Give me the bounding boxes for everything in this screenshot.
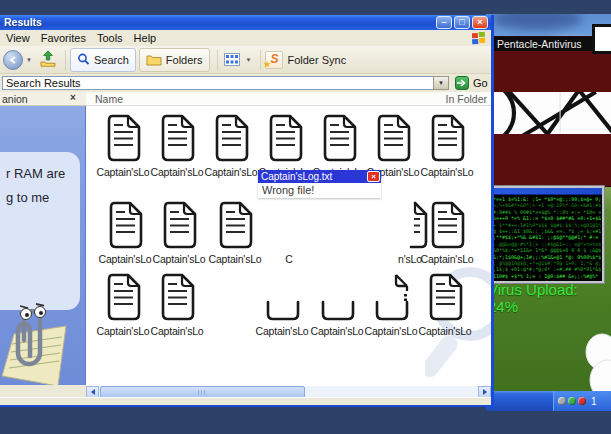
file-item[interactable]: C — [262, 200, 316, 268]
search-companion-header: anion × — [0, 92, 86, 106]
toolbar-separator — [217, 50, 218, 70]
folders-button-label: Folders — [166, 54, 203, 66]
address-combo-input[interactable]: Search Results — [2, 76, 434, 90]
search-companion-pane: r RAM are g to me — [0, 106, 86, 385]
search-companion-title: anion — [2, 93, 28, 105]
tray-icon-alert-red[interactable] — [578, 397, 586, 405]
antivirus-window: Pentacle-Antivirus — [493, 37, 611, 186]
star-icon: ★ — [263, 58, 270, 72]
go-label[interactable]: Go — [473, 77, 488, 89]
file-label: Captain'sLo — [142, 325, 212, 337]
go-arrow-icon — [457, 79, 467, 87]
document-icon — [211, 113, 251, 163]
menu-help[interactable]: Help — [134, 32, 157, 44]
system-tray: 1 — [553, 391, 611, 411]
search-icon — [77, 53, 90, 66]
folders-button[interactable]: Folders — [139, 48, 210, 72]
error-dialog: Captain'sLog.txt × Wrong file! — [258, 170, 381, 198]
document-icon — [105, 200, 145, 250]
document-icon — [269, 200, 309, 250]
dialog-close-icon[interactable]: × — [367, 171, 380, 182]
back-arrow-icon — [9, 56, 17, 64]
explorer-window: Results – □ × View Favorites Tools Help — [0, 15, 494, 407]
pentacle-drawing — [493, 92, 611, 134]
close-pane-icon[interactable]: × — [70, 92, 76, 103]
up-button[interactable] — [39, 50, 57, 69]
document-icon — [262, 272, 302, 322]
file-label: C — [254, 253, 324, 265]
document-icon — [159, 200, 199, 250]
bubble-text-line: r RAM are — [6, 166, 65, 181]
toolbar: ▼ Search Folders — [0, 46, 491, 74]
toolbar-separator — [65, 50, 66, 70]
document-icon — [157, 272, 197, 322]
views-grid-icon — [224, 53, 240, 66]
file-item[interactable]: Captain'sLo — [255, 272, 309, 340]
taskbar: 1 — [486, 391, 611, 411]
file-item[interactable]: Captain'sLo — [418, 272, 472, 340]
folder-icon — [146, 54, 162, 66]
tray-icon-shield-green[interactable] — [568, 397, 576, 405]
back-button[interactable] — [3, 50, 23, 70]
minimize-button[interactable]: – — [436, 16, 452, 29]
document-icon — [371, 272, 411, 322]
file-label: Captain'sLo — [410, 325, 480, 337]
file-label: Captain'sLo — [412, 253, 482, 265]
document-icon — [427, 200, 467, 250]
clippy-assistant[interactable] — [0, 302, 70, 385]
close-button[interactable]: × — [472, 16, 488, 29]
folder-up-icon — [39, 50, 57, 67]
address-dropdown-button[interactable]: ▼ — [433, 76, 449, 90]
document-icon — [103, 113, 143, 163]
window-title: Results — [4, 16, 42, 28]
folder-sync-button[interactable]: S ★ Folder Sync — [265, 51, 346, 69]
menu-view[interactable]: View — [6, 32, 30, 44]
taskbar-clock: 1 — [591, 396, 597, 407]
menu-favorites[interactable]: Favorites — [41, 32, 86, 44]
tray-icons — [558, 397, 588, 405]
document-icon — [157, 113, 197, 163]
maximize-button[interactable]: □ — [454, 16, 470, 29]
document-icon — [373, 113, 413, 163]
file-label: Captain'sLo — [412, 166, 482, 178]
horizontal-scrollbar[interactable] — [86, 385, 491, 397]
scene: Pentacle-Antivirus *==1 $=%1:&: ;1+ *$0*… — [0, 0, 611, 434]
file-item[interactable]: Captain'sLo — [420, 113, 474, 181]
file-list: Captain'sLoCaptain'sLoCaptain'sLoCaptain… — [86, 106, 491, 385]
document-icon — [425, 272, 465, 322]
dark-cloud — [492, 14, 582, 30]
views-button[interactable]: ▼ — [224, 53, 255, 66]
menu-tools[interactable]: Tools — [97, 32, 123, 44]
status-bar — [0, 397, 491, 405]
windows-logo-icon — [472, 32, 486, 45]
terminal-window: *==1 $=%1:&: ;1+ *$0*=@:;:00;$=@+ 0;@& %… — [489, 186, 604, 283]
bubble-text-line: g to me — [6, 190, 49, 205]
dialog-titlebar[interactable]: Captain'sLog.txt × — [258, 170, 381, 183]
tray-icon-volume[interactable] — [558, 397, 566, 405]
document-icon — [319, 113, 359, 163]
desktop: Pentacle-Antivirus *==1 $=%1:&: ;1+ *$0*… — [486, 14, 611, 411]
window-titlebar[interactable]: Results – □ × — [0, 15, 491, 30]
views-dropdown-caret: ▼ — [246, 57, 252, 63]
terminal-text: *==1 $=%1:&: ;1+ *$0*=@:;:00;$=@+ 0;@& %… — [493, 196, 601, 280]
go-button[interactable] — [455, 76, 469, 90]
address-bar: Search Results ▼ Go — [0, 74, 491, 93]
folder-sync-label: Folder Sync — [287, 54, 346, 66]
document-icon — [103, 272, 143, 322]
search-button[interactable]: Search — [70, 48, 136, 72]
column-in-folder[interactable]: In Folder — [446, 93, 487, 105]
file-item[interactable]: Captain'sLo — [150, 272, 204, 340]
dialog-message: Wrong file! — [258, 183, 381, 198]
virus-upload-text: Virus Upload: 24% — [488, 281, 611, 315]
column-name[interactable]: Name — [95, 93, 123, 105]
file-item[interactable]: Captain'sLo — [420, 200, 474, 268]
file-item[interactable]: Captain'sLo — [152, 200, 206, 268]
background-window-corner — [592, 24, 611, 54]
folder-sync-icon: S ★ — [265, 51, 283, 69]
document-icon — [265, 113, 305, 163]
document-icon — [317, 272, 357, 322]
back-dropdown-caret[interactable]: ▼ — [26, 57, 32, 63]
toolbar-separator — [260, 50, 261, 70]
dialog-title: Captain'sLog.txt — [261, 171, 332, 182]
terminal-titlebar[interactable] — [491, 188, 602, 195]
